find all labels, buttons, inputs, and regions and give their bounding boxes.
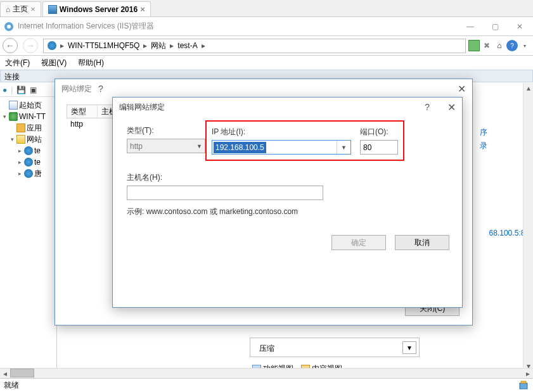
monitor-icon [48, 5, 57, 14]
forward-button[interactable]: → [20, 35, 41, 56]
tab-home[interactable]: ⌂ 主页 × [0, 1, 41, 16]
tab-label: Windows Server 2016 [60, 5, 138, 14]
close-icon[interactable]: ✕ [447, 101, 456, 113]
globe-icon [24, 146, 33, 155]
chevron-down-icon[interactable]: ▼ [337, 141, 350, 154]
home-icon: ⌂ [6, 5, 10, 14]
chevron-down-icon: ▼ [196, 143, 202, 149]
svg-point-1 [7, 25, 11, 28]
chevron-right-icon: ▸ [60, 41, 64, 50]
scroll-thumb[interactable] [10, 369, 34, 377]
app-title: Internet Information Services (IIS)管理器 [18, 21, 154, 32]
config-icon[interactable] [519, 381, 529, 391]
type-select: http ▼ [127, 139, 205, 153]
ip-label: IP 地址(I): [212, 127, 351, 137]
home-icon [9, 101, 18, 110]
status-bar: 就绪 [0, 378, 533, 392]
col-type[interactable]: 类型 [67, 105, 98, 118]
close-icon[interactable]: × [140, 4, 145, 14]
expand-icon[interactable]: ▣ [30, 85, 37, 94]
scroll-left-icon[interactable]: ◂ [0, 369, 10, 379]
tree-site-a[interactable]: ▸te [1, 145, 55, 156]
hostname-label: 主机名(H): [127, 172, 448, 183]
vm-tab-bar: ⌂ 主页 × Windows Server 2016 × [0, 0, 533, 17]
help-icon[interactable]: ? [506, 40, 518, 51]
crumb-server[interactable]: WIN-TT5L1MHQF5Q [68, 41, 139, 50]
dialog-title: 网站绑定 [61, 84, 92, 94]
cancel-button[interactable]: 取消 [395, 235, 449, 250]
nav-bar: ← → ▸ WIN-TT5L1MHQF5Q ▸ 网站 ▸ test-A ▸ ✖ … [0, 35, 533, 56]
ip-value: 192.168.100.5 [214, 142, 266, 153]
server-icon [9, 112, 18, 121]
maximize-icon[interactable]: ▢ [492, 22, 499, 31]
menu-help[interactable]: 帮助(H) [75, 56, 106, 70]
type-label: 类型(T): [127, 125, 205, 136]
tree-site-c[interactable]: ▸唐 [1, 168, 55, 179]
minimize-icon[interactable]: — [466, 22, 474, 31]
save-icon[interactable]: 💾 [16, 85, 26, 94]
hostname-example: 示例: www.contoso.com 或 marketing.contoso.… [127, 206, 448, 217]
back-button[interactable]: ← [0, 35, 20, 56]
tree-server[interactable]: ▾WIN-TT [1, 111, 55, 122]
vertical-scrollbar[interactable]: ▴ ▾ [523, 83, 533, 371]
window-titlebar: Internet Information Services (IIS)管理器 —… [0, 17, 533, 35]
ok-button: 确定 [331, 235, 386, 250]
help-icon[interactable]: ? [425, 102, 430, 112]
port-input[interactable] [360, 140, 398, 155]
tree-start[interactable]: 起始页 [1, 99, 55, 111]
compress-label: 压缩 [259, 344, 274, 353]
address-bar[interactable]: ▸ WIN-TT5L1MHQF5Q ▸ 网站 ▸ test-A ▸ [43, 39, 466, 53]
iis-icon [4, 22, 14, 32]
svg-rect-3 [521, 381, 526, 383]
tree-apppools[interactable]: 应用 [1, 122, 55, 134]
crumb-site[interactable]: test-A [177, 41, 197, 50]
close-icon[interactable]: ✕ [458, 83, 466, 95]
tab-label: 主页 [13, 4, 28, 15]
connect-icon[interactable]: ● [3, 85, 7, 94]
cell-type: http [67, 118, 97, 131]
tree-site-b[interactable]: ▸te [1, 156, 55, 168]
scroll-up-icon[interactable]: ▴ [523, 83, 533, 93]
horizontal-scrollbar[interactable]: ◂ ▸ [0, 368, 533, 378]
chevron-right-icon: ▸ [170, 41, 174, 50]
home-icon[interactable]: ⌂ [494, 40, 505, 51]
tab-vm[interactable]: Windows Server 2016 × [42, 1, 151, 16]
stop-icon[interactable]: ✖ [481, 40, 492, 51]
dialog-title: 编辑网站绑定 [119, 102, 165, 113]
chevron-right-icon: ▸ [202, 41, 205, 50]
crumb-sites[interactable]: 网站 [151, 41, 166, 51]
menu-view[interactable]: 视图(V) [39, 56, 69, 70]
globe-icon [24, 169, 33, 178]
globe-icon [48, 41, 56, 50]
help-icon[interactable]: ? [98, 84, 103, 94]
ip-address-select[interactable]: 192.168.100.5 ▼ [212, 140, 351, 155]
connections-tree: ● | 💾 ▣ 起始页 ▾WIN-TT 应用 ▾网站 ▸te ▸te ▸唐 [0, 83, 57, 371]
svg-rect-2 [520, 383, 527, 389]
hostname-input[interactable] [127, 186, 323, 200]
folder-icon [16, 135, 25, 144]
chevron-right-icon: ▸ [143, 41, 147, 50]
menu-file[interactable]: 文件(F) [3, 56, 32, 70]
port-label: 端口(O): [360, 127, 398, 137]
close-icon[interactable]: ✕ [517, 22, 523, 31]
refresh-icon[interactable] [468, 40, 480, 51]
close-icon[interactable]: × [30, 4, 35, 14]
globe-icon [24, 158, 33, 167]
edit-binding-dialog: 编辑网站绑定 ? ✕ 类型(T): http ▼ IP 地址(I): 192.1… [112, 97, 463, 308]
menu-bar: 文件(F) 视图(V) 帮助(H) [0, 56, 533, 70]
scroll-right-icon[interactable]: ▸ [523, 369, 533, 379]
dropdown-button[interactable]: ▾ [402, 341, 416, 354]
status-text: 就绪 [4, 381, 19, 389]
apppool-icon [16, 123, 25, 132]
compress-group: 压缩 ▾ [250, 338, 420, 357]
tree-sites[interactable]: ▾网站 [1, 134, 55, 145]
